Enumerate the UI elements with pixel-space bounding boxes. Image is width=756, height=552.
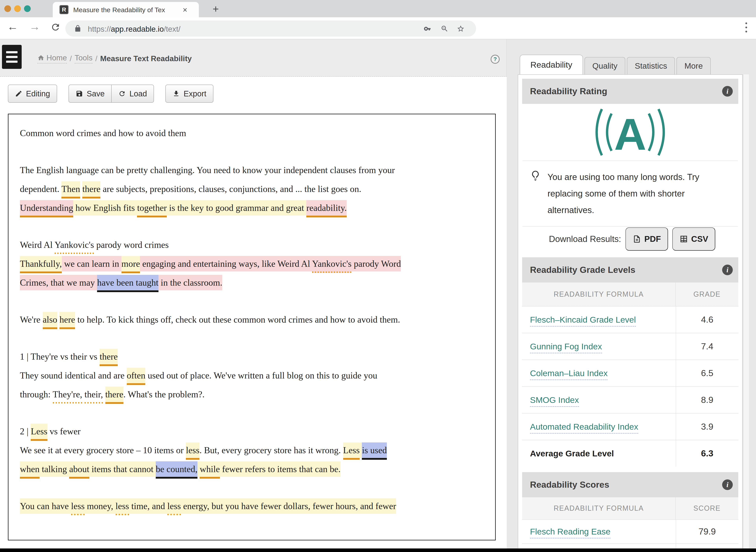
- grades-header-label: Readability Grade Levels: [530, 265, 635, 275]
- traffic-light-maximize[interactable]: [24, 5, 31, 12]
- tab-more[interactable]: More: [676, 57, 711, 75]
- text-run: less: [167, 498, 181, 515]
- editor-line: We're also here to help. To kick things …: [20, 310, 484, 329]
- text-run: parody word crimes: [94, 237, 169, 253]
- browser-tab[interactable]: R Measure the Readability of Tex ×: [53, 2, 199, 17]
- editor-line: You can have less money, less time, and …: [20, 497, 484, 516]
- editor-line: Weird Al Yankovic's parody word crimes: [20, 236, 484, 254]
- text-run: less: [71, 498, 85, 515]
- rating-section-header: Readability Rating i: [522, 79, 738, 104]
- editor-line: through: They're, their, there. What's t…: [20, 385, 484, 404]
- text-run: often: [127, 368, 145, 385]
- save-button[interactable]: Save: [69, 85, 112, 103]
- forward-icon[interactable]: →: [29, 20, 40, 33]
- browser-menu-icon[interactable]: [745, 22, 747, 32]
- text-run: is the key to good grammar and great: [167, 200, 306, 216]
- breadcrumb-tools-label: Tools: [75, 53, 93, 62]
- pdf-file-icon: [633, 235, 641, 243]
- text-run: be counted,: [156, 461, 198, 478]
- url-bar[interactable]: https://app.readable.io/text/: [65, 20, 476, 37]
- tab-readability[interactable]: Readability: [520, 55, 583, 75]
- tab-close-icon[interactable]: ×: [183, 5, 187, 14]
- reload-icon[interactable]: [50, 22, 61, 32]
- tab-statistics[interactable]: Statistics: [627, 57, 675, 75]
- text-run: readability.: [306, 200, 347, 218]
- download-results-label: Download Results:: [549, 234, 621, 244]
- formula-link[interactable]: Flesch–Kincaid Grade Level: [530, 315, 636, 326]
- info-icon[interactable]: i: [722, 265, 733, 275]
- formula-link[interactable]: Gunning Fog Index: [530, 342, 602, 353]
- editing-button[interactable]: Editing: [8, 85, 57, 103]
- traffic-light-minimize[interactable]: [14, 5, 21, 12]
- csv-table-icon: [679, 235, 688, 243]
- editor-line: Thankfully, we can learn in more engagin…: [20, 254, 484, 273]
- rating-tip-text: You are using too many long words. Try r…: [547, 169, 732, 218]
- traffic-light-close[interactable]: [4, 5, 11, 12]
- load-button[interactable]: Load: [111, 85, 154, 103]
- scores-table-header: READABILITY FORMULA SCORE: [522, 497, 738, 519]
- info-icon[interactable]: i: [722, 479, 733, 490]
- lightbulb-icon: [530, 169, 540, 184]
- save-load-group: Save Load: [69, 85, 154, 103]
- url-path: /text/: [164, 25, 181, 33]
- grades-section-header: Readability Grade Levels i: [522, 257, 738, 282]
- text-run: there: [82, 181, 100, 198]
- breadcrumb-tools-link[interactable]: Tools: [75, 53, 93, 63]
- help-icon[interactable]: ?: [491, 55, 500, 64]
- readability-panel: Readability Rating i A You are using too…: [518, 75, 743, 549]
- text-run: dependent.: [20, 181, 62, 197]
- table-row: Flesch Reading Ease79.9: [522, 519, 738, 543]
- zoom-out-icon[interactable]: [441, 25, 448, 33]
- export-button[interactable]: Export: [166, 85, 213, 103]
- url-text: https://app.readable.io/text/: [88, 25, 181, 33]
- text-run: while: [200, 461, 220, 478]
- text-run: Yankovic's: [55, 237, 94, 254]
- back-icon[interactable]: ←: [7, 20, 18, 33]
- text-run: Thankfully,: [20, 256, 62, 273]
- url-host: app.readable.io: [111, 25, 164, 33]
- breadcrumb-home-link[interactable]: Home: [37, 53, 67, 63]
- text-run: . But, every grocery store has it wrong.: [199, 442, 343, 458]
- panel-scrollbar[interactable]: [743, 75, 749, 548]
- text-run: items that cannot: [89, 461, 156, 477]
- table-row: Flesch–Kincaid Grade Level4.6: [522, 306, 738, 333]
- breadcrumb-current: Measure Text Readability: [100, 54, 192, 63]
- new-tab-button[interactable]: +: [213, 3, 219, 15]
- formula-link[interactable]: SMOG Index: [530, 395, 579, 407]
- tab-quality[interactable]: Quality: [584, 57, 626, 75]
- editor-pane: Editing Save Load Export Common word cri…: [0, 77, 507, 548]
- info-icon[interactable]: i: [722, 86, 733, 97]
- formula-link[interactable]: Flesch Reading Ease: [530, 527, 611, 538]
- text-run: Crimes, that we may: [20, 275, 97, 290]
- scores-header-label: Readability Scores: [530, 479, 609, 490]
- editor-line: They sound identical and are often used …: [20, 366, 484, 385]
- text-run: about: [69, 461, 89, 478]
- table-row: Gunning Fog Index7.4: [522, 333, 738, 360]
- bookmark-star-icon[interactable]: [457, 25, 465, 33]
- panel-tabs: ReadabilityQualityStatisticsMore: [520, 55, 711, 75]
- formula-link[interactable]: Automated Readability Index: [530, 422, 638, 434]
- tab-title: Measure the Readability of Tex: [73, 6, 180, 14]
- text-run: [82, 387, 85, 402]
- pencil-icon: [15, 90, 22, 97]
- text-run: is used: [362, 442, 387, 460]
- text-run: how English fits: [73, 200, 137, 216]
- text-run: [198, 461, 200, 477]
- grades-table-header: READABILITY FORMULA GRADE: [522, 282, 738, 306]
- text-editor[interactable]: Common word crimes and how to avoid them…: [8, 114, 496, 540]
- text-run: used out of place. We've written a full …: [145, 368, 377, 383]
- text-run: 1 | They're vs their vs: [20, 349, 100, 364]
- download-pdf-button[interactable]: PDF: [626, 228, 668, 251]
- browser-tab-strip: R Measure the Readability of Tex × +: [0, 0, 756, 17]
- text-run: less: [116, 498, 129, 515]
- scores-col-score: SCORE: [675, 497, 738, 519]
- download-csv-button[interactable]: CSV: [672, 228, 715, 251]
- text-run: when: [20, 461, 39, 478]
- floppy-icon: [76, 90, 83, 97]
- key-icon[interactable]: [424, 25, 432, 33]
- text-run: [80, 181, 83, 197]
- formula-value: 3.9: [676, 414, 738, 440]
- breadcrumb-separator: /: [95, 54, 97, 63]
- formula-link[interactable]: Coleman–Liau Index: [530, 369, 608, 380]
- hamburger-menu-icon[interactable]: [2, 45, 22, 69]
